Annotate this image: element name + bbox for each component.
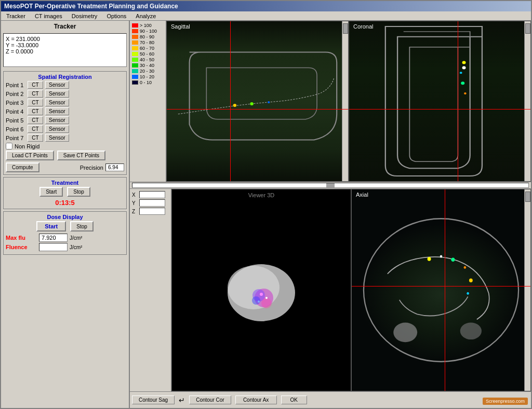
- point7-sensor-button[interactable]: Sensor: [45, 134, 69, 142]
- svg-point-7: [464, 92, 467, 94]
- legend-color-3: [132, 40, 138, 45]
- menu-tracker[interactable]: Tracker: [4, 12, 28, 20]
- xyz-y-row: Y: [132, 199, 169, 207]
- precision-box: Precision 6.94: [80, 163, 124, 171]
- coronal-svg: [349, 21, 530, 181]
- svg-point-13: [252, 296, 260, 305]
- contour-ax-button[interactable]: Contour Ax: [235, 396, 277, 404]
- viewer3d-label: Viewer 3D: [245, 192, 278, 199]
- precision-value: 6.94: [105, 163, 124, 171]
- h-scroll-thumb[interactable]: [326, 183, 335, 187]
- point7-ct-button[interactable]: CT: [28, 134, 43, 142]
- legend-label-0: > 100: [140, 23, 152, 28]
- coronal-label: Coronal: [353, 23, 374, 30]
- svg-point-14: [260, 293, 263, 296]
- coord-x: X = 231.0000: [6, 36, 124, 42]
- fluence-label: Fluence: [6, 244, 37, 250]
- contour-sag-button[interactable]: Contour Sag: [132, 396, 175, 404]
- legend-panel: > 100 90 - 100 80 - 90 70 - 80: [130, 21, 166, 182]
- sagittal-svg: [167, 21, 348, 181]
- svg-point-5: [460, 72, 462, 74]
- sagittal-label: Sagittal: [171, 23, 190, 30]
- fluence-row: Fluence J/cm²: [6, 243, 124, 251]
- legend-color-10: [132, 80, 138, 85]
- treatment-section: Treatment Start Stop 0:13:5: [3, 177, 127, 209]
- legend-label-3: 70 - 80: [140, 40, 154, 45]
- point6-label: Point 6: [6, 126, 25, 132]
- legend-color-0: [132, 23, 138, 28]
- coronal-scrollbar[interactable]: [524, 21, 530, 181]
- treatment-title: Treatment: [6, 180, 124, 186]
- reg-row-1: Point 1 CT Sensor: [6, 81, 124, 89]
- point1-sensor-button[interactable]: Sensor: [45, 81, 69, 89]
- point1-ct-button[interactable]: CT: [28, 81, 43, 89]
- xyz-x-input[interactable]: [139, 191, 165, 198]
- menu-analyze[interactable]: Analyze: [134, 12, 158, 20]
- legend-item-5: 50 - 60: [132, 51, 164, 57]
- precision-label: Precision: [80, 165, 103, 171]
- sagittal-scroll-thumb[interactable]: [343, 23, 348, 34]
- legend-color-6: [132, 58, 138, 62]
- save-ct-points-button[interactable]: Save CT Points: [57, 151, 105, 160]
- axial-scrollbar[interactable]: [524, 189, 530, 391]
- point5-sensor-button[interactable]: Sensor: [45, 116, 69, 124]
- axial-scroll-thumb[interactable]: [525, 192, 530, 202]
- dose-stop-button[interactable]: Stop: [70, 221, 94, 231]
- point2-ct-button[interactable]: CT: [28, 90, 43, 98]
- axial-viewer[interactable]: Axial: [351, 189, 531, 391]
- treatment-start-button[interactable]: Start: [39, 187, 63, 197]
- axial-crosshair-h: [352, 286, 530, 287]
- xyz-y-label: Y: [132, 200, 138, 206]
- svg-point-18: [428, 257, 431, 261]
- point4-ct-button[interactable]: CT: [28, 107, 43, 115]
- coronal-scroll-thumb[interactable]: [525, 23, 530, 34]
- left-panel: Tracker X = 231.0000 Y = -33.0000 Z = 0.…: [1, 21, 130, 408]
- max-flu-label: Max flu: [6, 235, 37, 241]
- point6-ct-button[interactable]: CT: [28, 125, 43, 133]
- legend-item-1: 90 - 100: [132, 29, 164, 34]
- ok-button[interactable]: OK: [281, 396, 307, 404]
- point3-sensor-button[interactable]: Sensor: [45, 99, 69, 106]
- point3-label: Point 3: [6, 100, 25, 106]
- non-rigid-checkbox[interactable]: [6, 143, 12, 149]
- xyz-y-input[interactable]: [139, 199, 165, 207]
- dose-start-button[interactable]: Start: [36, 221, 66, 231]
- title-bar: MesoPOT Per-Operative Treatment Planning…: [1, 1, 531, 11]
- menu-dosimetry[interactable]: Dosimetry: [70, 12, 100, 20]
- fluence-value: [39, 243, 68, 251]
- point5-ct-button[interactable]: CT: [28, 116, 43, 124]
- sagittal-viewer[interactable]: Sagittal: [166, 21, 349, 182]
- legend-item-8: 20 - 30: [132, 69, 164, 74]
- legend-item-9: 10 - 20: [132, 74, 164, 79]
- svg-point-21: [464, 266, 467, 269]
- fluence-unit: J/cm²: [70, 244, 82, 250]
- legend-label-4: 60 - 70: [140, 46, 154, 51]
- legend-label-7: 30 - 40: [140, 63, 154, 68]
- horizontal-scrollbar[interactable]: [130, 182, 531, 189]
- treatment-stop-button[interactable]: Stop: [67, 187, 90, 197]
- load-ct-points-button[interactable]: Load CT Points: [6, 151, 54, 160]
- xyz-z-input[interactable]: [139, 208, 165, 215]
- legend-label-1: 90 - 100: [140, 29, 157, 34]
- legend-color-5: [132, 52, 138, 56]
- svg-point-24: [393, 323, 417, 343]
- menu-options[interactable]: Options: [104, 12, 128, 20]
- reg-row-4: Point 4 CT Sensor: [6, 107, 124, 115]
- point4-sensor-button[interactable]: Sensor: [45, 107, 69, 115]
- svg-point-4: [462, 66, 466, 69]
- 3d-object-svg: [215, 249, 308, 332]
- menu-ct-images[interactable]: CT images: [33, 12, 64, 20]
- compute-button[interactable]: Compute: [6, 162, 39, 172]
- point3-ct-button[interactable]: CT: [28, 99, 43, 106]
- h-scrollbar-track[interactable]: [132, 183, 529, 188]
- svg-point-3: [462, 61, 466, 64]
- svg-point-0: [233, 104, 237, 107]
- svg-point-20: [451, 257, 455, 262]
- point2-sensor-button[interactable]: Sensor: [45, 90, 69, 98]
- coronal-viewer[interactable]: Coronal: [349, 21, 531, 182]
- contour-cor-button[interactable]: Contour Cor: [189, 396, 231, 404]
- sagittal-scrollbar[interactable]: [342, 21, 348, 181]
- viewer-3d[interactable]: Viewer 3D: [171, 189, 351, 391]
- reg-row-3: Point 3 CT Sensor: [6, 99, 124, 106]
- point6-sensor-button[interactable]: Sensor: [45, 125, 69, 133]
